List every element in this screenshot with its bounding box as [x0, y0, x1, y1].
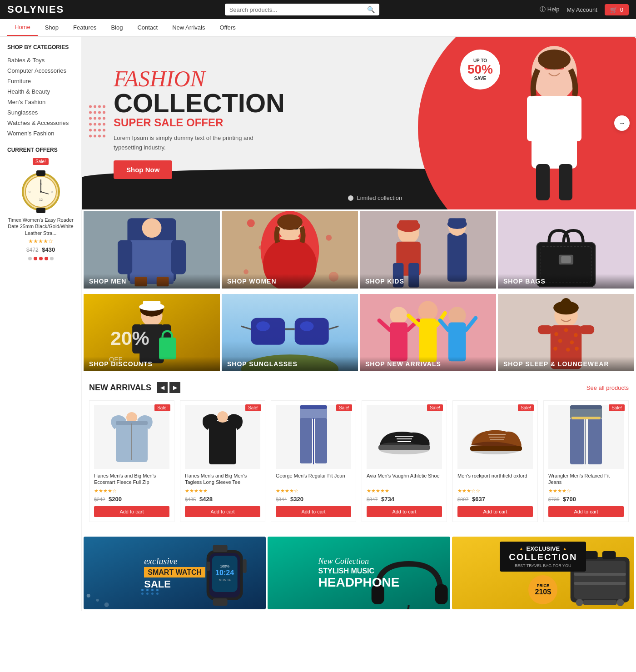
svg-rect-111	[390, 323, 407, 362]
sidebar-item-babies-toys[interactable]: Babies & Toys	[7, 55, 74, 65]
promo-banners: 100% 10:24 MON 14 exclusive SMART WATCH …	[82, 535, 636, 611]
nav-item-features[interactable]: Features	[66, 20, 104, 35]
dot-1[interactable]	[28, 257, 32, 260]
promo-1-dots	[141, 589, 160, 595]
promo-smartwatch[interactable]: 100% 10:24 MON 14 exclusive SMART WATCH …	[84, 537, 266, 609]
current-offers-title: CURRENT OFFERS	[7, 147, 74, 153]
product-3-image[interactable]	[276, 405, 351, 469]
svg-text:20%: 20%	[110, 327, 149, 349]
sidebar-item-mens-fashion[interactable]: Men's Fashion	[7, 97, 74, 107]
sidebar-item-furniture[interactable]: Furniture	[7, 76, 74, 86]
product-3-prices: $344 $320	[276, 496, 351, 503]
dot-4[interactable]	[45, 257, 48, 260]
offer-product-stars: ★★★★☆	[7, 238, 74, 244]
nav-item-home[interactable]: Home	[7, 19, 38, 36]
dot-2[interactable]	[34, 257, 37, 260]
svg-rect-150	[378, 445, 430, 450]
sidebar-item-womens-fashion[interactable]: Women's Fashion	[7, 128, 74, 139]
svg-point-125	[554, 332, 558, 336]
add-to-cart-1[interactable]: Add to cart	[94, 506, 169, 517]
svg-rect-145	[300, 418, 312, 463]
add-to-cart-4[interactable]: Add to cart	[367, 506, 442, 517]
see-all-link[interactable]: See all products	[586, 384, 629, 391]
product-1-image[interactable]	[94, 405, 169, 469]
sidebar-item-watches[interactable]: Watches & Accessories	[7, 118, 74, 128]
hero-banner: FASHION COLLECTION SUPER SALE OFFER Lore…	[82, 37, 636, 209]
svg-rect-52	[118, 240, 132, 274]
product-4-sale: Sale!	[427, 404, 443, 411]
sidebar: SHOP BY CATEGORIES Babies & Toys Compute…	[0, 37, 82, 611]
search-input[interactable]	[229, 6, 367, 13]
svg-point-131	[566, 348, 570, 352]
svg-text:3: 3	[51, 190, 53, 194]
shop-new-arrivals-item[interactable]: SHOP NEW ARRIVALS	[360, 294, 496, 371]
sidebar-item-computer[interactable]: Computer Accessories	[7, 65, 74, 76]
product-3-price-old: $344	[276, 497, 287, 502]
shop-kids-item[interactable]: SHOP KIDS	[360, 211, 496, 289]
nav-item-shop[interactable]: Shop	[38, 20, 66, 35]
nav-item-new-arrivals[interactable]: New Arrivals	[165, 20, 212, 35]
product-1-stars: ★★★★☆	[94, 488, 169, 494]
product-5-image[interactable]	[457, 405, 533, 469]
cart-icon: 🛒	[610, 6, 617, 13]
sidebar-item-sunglasses[interactable]: Sunglasses	[7, 107, 74, 118]
add-to-cart-6[interactable]: Add to cart	[548, 506, 624, 517]
shop-now-button[interactable]: Shop Now	[114, 160, 172, 179]
product-6-image[interactable]	[548, 405, 624, 469]
hero-next-button[interactable]: →	[614, 115, 630, 131]
svg-rect-146	[315, 418, 327, 463]
svg-text:9: 9	[29, 190, 30, 194]
prev-arrow[interactable]: ◀	[157, 382, 168, 393]
top-actions: ⓘ Help My Account 🛒 0	[540, 4, 629, 15]
help-link[interactable]: ⓘ Help	[540, 5, 559, 14]
promo-2-headphone: HEADPHONE	[318, 575, 400, 590]
cart-button[interactable]: 🛒 0	[605, 4, 629, 15]
svg-point-132	[575, 347, 579, 351]
product-6-price-new: $700	[563, 496, 576, 503]
product-1-prices: $242 $200	[94, 496, 169, 503]
svg-point-69	[258, 245, 263, 249]
promo-2-line1: New Collection	[318, 557, 400, 566]
product-5-prices: $897 $637	[457, 496, 533, 503]
shop-sleep-item[interactable]: SHOP SLEEP & LOUNGEWEAR	[498, 294, 634, 371]
shop-by-categories-title: SHOP BY CATEGORIES	[7, 44, 74, 50]
add-to-cart-3[interactable]: Add to cart	[276, 506, 351, 517]
svg-rect-78	[399, 220, 418, 229]
dot-5[interactable]	[50, 257, 54, 260]
search-icon[interactable]: 🔍	[367, 6, 375, 13]
nav-item-contact[interactable]: Contact	[130, 20, 165, 35]
promo-travelbag[interactable]: ▲ EXCLUSIVE ▲ COLLECTION BEST TRAVEL BAG…	[452, 537, 634, 609]
dot-3[interactable]	[39, 257, 43, 260]
nav-item-offers[interactable]: Offers	[212, 20, 243, 35]
svg-rect-98	[143, 301, 161, 309]
svg-point-129	[570, 340, 574, 344]
shop-men-item[interactable]: SHOP MEN	[84, 211, 220, 289]
promo-3-badge: ▲ EXCLUSIVE ▲ COLLECTION BEST TRAVEL BAG…	[500, 542, 586, 572]
shop-sunglasses-item[interactable]: SHOP SUNGLASSES	[222, 294, 358, 371]
shop-bags-item[interactable]: SHOP BAGS	[498, 211, 634, 289]
product-3-price-new: $320	[290, 496, 303, 503]
brand-logo: SOLYNIES	[7, 4, 64, 15]
svg-point-128	[558, 339, 562, 343]
next-arrow[interactable]: ▶	[169, 382, 180, 393]
svg-point-114	[448, 307, 466, 324]
nav-item-blog[interactable]: Blog	[104, 20, 130, 35]
shop-discounts-item[interactable]: 20% OFF SHOP DISCOUNTS	[84, 294, 220, 371]
svg-point-64	[277, 214, 303, 230]
main-layout: SHOP BY CATEGORIES Babies & Toys Compute…	[0, 37, 636, 611]
offer-product-image[interactable]: 12 6 9 3	[16, 167, 66, 217]
add-to-cart-5[interactable]: Add to cart	[457, 506, 533, 517]
svg-rect-187	[602, 551, 616, 559]
product-4-stars: ★★★★★	[367, 488, 442, 494]
promo-headphone[interactable]: New Collection STYLISH MUSIC HEADPHONE	[268, 537, 450, 609]
shop-women-item[interactable]: SHOP WOMEN	[222, 211, 358, 289]
product-4-image[interactable]	[367, 405, 442, 469]
product-card-4: Sale!	[362, 400, 447, 522]
svg-rect-39	[536, 164, 550, 200]
promo-3-subtitle: BEST TRAVEL BAG FOR YOU	[515, 563, 571, 568]
account-link[interactable]: My Account	[567, 6, 597, 13]
add-to-cart-2[interactable]: Add to cart	[185, 506, 260, 517]
sidebar-item-health[interactable]: Health & Beauty	[7, 86, 74, 97]
svg-point-66	[326, 235, 332, 241]
product-2-image[interactable]	[185, 405, 260, 469]
